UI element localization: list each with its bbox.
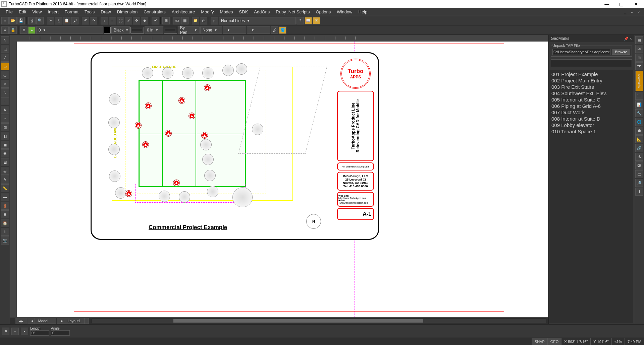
linetype-combo[interactable]: By Pen ▼ — [178, 26, 200, 34]
zoom-window-icon[interactable]: ⛶ — [117, 17, 124, 24]
menu-sdk[interactable]: SDK — [236, 8, 251, 16]
lineweight-preview[interactable] — [130, 27, 144, 33]
roof-icon[interactable]: 🏠 — [1, 219, 9, 227]
select-icon[interactable]: ⬚ — [1, 45, 9, 53]
palette-icon[interactable]: 📊 — [635, 100, 643, 109]
curve-icon[interactable]: ∿ — [1, 88, 9, 96]
folder-open-icon[interactable]: 📁 — [192, 17, 199, 24]
hatch-combo[interactable]: None ▼ — [200, 26, 222, 34]
book-icon[interactable]: 📖 — [305, 17, 312, 24]
zoom-extents-icon[interactable]: ⤢ — [125, 17, 132, 24]
save-icon[interactable]: 💾 — [17, 17, 25, 24]
lineweight-combo[interactable]: 0 in ▼ — [145, 26, 163, 34]
spellcheck-icon[interactable]: ✔ — [152, 17, 159, 24]
geomarks-search-input[interactable] — [551, 59, 632, 67]
list-item[interactable]: 001 Project Example — [551, 71, 631, 77]
menu-view[interactable]: View — [29, 8, 45, 16]
camera-icon[interactable]: 📷 — [1, 236, 9, 245]
geomark-icon[interactable] — [165, 130, 171, 136]
minimize-button[interactable]: — — [600, 1, 613, 7]
linetype-preview[interactable] — [164, 27, 177, 33]
stairs-icon[interactable]: 𓊍 — [1, 228, 9, 236]
mdi-minimize-icon[interactable]: _ — [623, 10, 628, 14]
geomark-icon[interactable] — [204, 85, 210, 91]
hatch-tool-icon[interactable]: ▨ — [1, 123, 9, 131]
format-painter-icon[interactable]: 🖌 — [71, 17, 78, 24]
line-icon[interactable]: ╱ — [1, 54, 9, 62]
zoom-in-icon[interactable]: + — [101, 17, 108, 24]
geomark-icon[interactable] — [202, 132, 208, 138]
menu-insert[interactable]: Insert — [45, 8, 62, 16]
panel-pin-icon[interactable]: 📌 — [624, 37, 629, 41]
list-item[interactable]: 007 Duct Work — [551, 109, 631, 116]
grid-icon[interactable]: ⊞ — [162, 17, 170, 24]
list-item[interactable]: 002 Project Main Entry — [551, 77, 631, 84]
color-swatch[interactable] — [104, 27, 111, 33]
menu-dimension[interactable]: Dimension — [114, 8, 141, 16]
list-item[interactable]: 005 Interior at Suite C — [551, 96, 631, 103]
zoom-out-icon[interactable]: − — [109, 17, 116, 24]
browse-button[interactable]: Browse — [612, 49, 630, 55]
text-icon[interactable]: A — [1, 106, 9, 114]
mail-icon[interactable]: ✉ — [313, 17, 320, 24]
palette-icon[interactable]: 📐 — [635, 135, 643, 143]
inspector-icon[interactable]: ▫ — [11, 328, 19, 335]
geomark-icon[interactable] — [135, 122, 141, 128]
tap-path-input[interactable] — [552, 49, 610, 55]
mdi-close-icon[interactable]: × — [636, 10, 641, 14]
modify-icon[interactable]: ✎ — [1, 176, 9, 184]
palette-icon[interactable]: 🗺 — [635, 62, 643, 70]
geomarks-tab[interactable]: GeoMarks — [635, 71, 643, 91]
maximize-button[interactable]: ▢ — [615, 1, 628, 7]
geomark-icon[interactable] — [143, 142, 149, 148]
palette-icon[interactable]: 🔎 — [635, 179, 643, 187]
window-icon[interactable]: ⊟ — [1, 210, 9, 218]
inspector-icon[interactable]: ✕ — [2, 328, 9, 335]
block-icon[interactable]: ▦ — [181, 17, 189, 24]
menu-options[interactable]: Options — [313, 8, 334, 16]
tag-icon[interactable]: 🏷 — [173, 17, 180, 24]
wall-icon[interactable]: ▬ — [1, 193, 9, 201]
close-button[interactable]: ✕ — [629, 1, 643, 7]
palette-icon[interactable]: ⬛ — [635, 92, 643, 100]
geomark-icon[interactable] — [189, 113, 195, 119]
palette-icon[interactable]: 🔧 — [635, 109, 643, 117]
paste-icon[interactable]: 📋 — [63, 17, 70, 24]
palette-icon[interactable]: ⊞ — [635, 54, 643, 62]
palette-icon[interactable]: 🖼 — [635, 161, 643, 169]
open-icon[interactable]: 📂 — [9, 17, 17, 24]
mdi-restore-icon[interactable]: ▫ — [629, 10, 635, 14]
list-item[interactable]: 008 Interior at Suite D — [551, 116, 631, 122]
point-icon[interactable]: · — [1, 97, 9, 105]
extrude-icon[interactable]: ⬓ — [1, 158, 9, 166]
menu-addons[interactable]: AddOns — [251, 8, 273, 16]
extra-combo-2[interactable]: ▼ — [247, 26, 270, 34]
horizontal-scrollbar[interactable] — [92, 319, 546, 323]
tab-model[interactable]: ● Model — [28, 318, 56, 324]
menu-draw[interactable]: Draw — [98, 8, 114, 16]
geomark-icon[interactable] — [179, 97, 185, 104]
geomarks-list[interactable]: 001 Project Example 002 Project Main Ent… — [549, 70, 633, 323]
layers-icon[interactable]: ≣ — [20, 26, 28, 34]
drawing-canvas[interactable]: FIRST AVENUE BROWNWOOD AVE — [17, 42, 548, 317]
circle-icon[interactable]: ○ — [1, 80, 9, 88]
rectangle-icon[interactable]: ▭ — [1, 62, 9, 70]
zoom-readout[interactable]: <1% — [611, 338, 625, 345]
menu-edit[interactable]: Edit — [16, 8, 29, 16]
new-icon[interactable]: ▫ — [1, 17, 9, 24]
door-icon[interactable]: 🚪 — [1, 202, 9, 210]
folder-icon[interactable]: 🗀 — [200, 17, 207, 24]
options-icon[interactable]: ⎌ — [211, 17, 218, 24]
pointer-icon[interactable]: ↖ — [1, 36, 9, 44]
palette-icon[interactable]: ▤ — [635, 36, 643, 44]
print-preview-icon[interactable]: 🔍 — [36, 17, 44, 24]
dimension-icon[interactable]: ↔ — [1, 115, 9, 123]
list-item[interactable]: 004 Southwest Ext. Elev. — [551, 90, 631, 96]
layer-state-icon[interactable]: ● — [28, 26, 36, 34]
cut-icon[interactable]: ✂ — [47, 17, 54, 24]
panel-close-icon[interactable]: × — [630, 37, 632, 41]
angle-input[interactable] — [51, 330, 70, 336]
brush-icon[interactable]: 🖊 — [271, 26, 278, 34]
lock-icon[interactable]: 🔒 — [9, 26, 17, 34]
menu-file[interactable]: File — [3, 8, 16, 16]
